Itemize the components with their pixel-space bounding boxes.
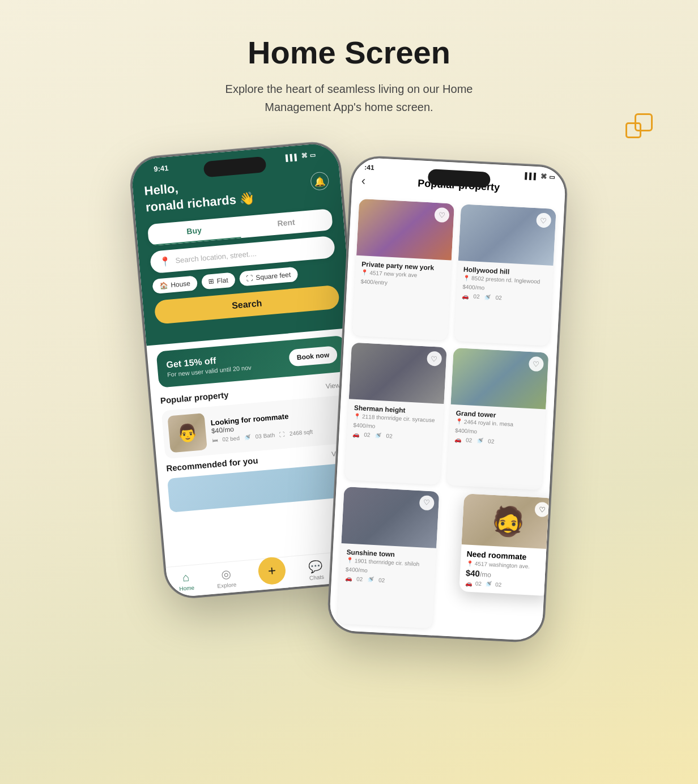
phones-container: 9:41 ▌▌▌ ⌘ ▭ Hello, ronald richards 👋 🔔 [0,139,698,660]
page-header: Home Screen Explore the heart of seamles… [0,0,698,139]
page-title: Home Screen [11,34,687,71]
property-details-roommate: Looking for roommate $40/mo 🛏 02 bed 🚿 0… [210,408,334,444]
bath-icon: 🚿 [244,434,251,441]
book-now-button[interactable]: Book now [288,346,338,367]
car-icon-g: 🚗 [454,437,462,444]
explore-nav-icon: ◎ [220,567,231,581]
property-meta-sherman: 🚗 02 🚿 02 [352,431,436,442]
signal-icons-right: ▌▌▌ ⌘ ▭ [525,172,555,181]
floating-card-meta: 🚗 02 🚿 02 [465,580,544,590]
property-card-sherman[interactable]: ♡ Sherman height 📍 2118 thornridge cir. … [344,343,446,485]
property-card-party[interactable]: ♡ Private party new york 📍 4517 new york… [352,199,454,341]
property-body-sherman: Sherman height 📍 2118 thornridge cir. sy… [347,399,444,448]
sqft-meta-icon: ⛶ [279,431,286,437]
tab-rent[interactable]: Rent [239,208,333,238]
sqft-icon: ⛶ [246,274,253,283]
back-button[interactable]: ‹ [361,173,366,188]
popular-title: Popular property [160,390,229,405]
location-icon: 📍 [159,255,172,267]
home-nav-icon: ⌂ [182,570,190,584]
battery-icon-right: ▭ [548,173,555,181]
heart-btn-hollywood[interactable]: ♡ [536,212,551,228]
car-icon: 🚗 [462,293,469,300]
battery-icon: ▭ [309,151,316,159]
signal-icons-left: ▌▌▌ ⌘ ▭ [286,151,316,161]
property-image-roommate: 👨 [167,413,207,453]
car-icon-su: 🚗 [345,575,352,582]
bath-icon-g: 🚿 [476,438,484,445]
filter-house[interactable]: 🏠 House [152,275,198,294]
promo-banner: Get 15% off For new user valid until 20 … [156,335,347,388]
nav-add-button[interactable]: + [257,556,287,586]
bath-icon-s: 🚿 [374,432,382,439]
car-icon-s: 🚗 [352,431,360,438]
property-body-party: Private party new york 📍 4517 new york a… [355,255,452,296]
phone-right: :41 ▌▌▌ ⌘ ▭ ‹ Popular property ♡ [327,156,567,642]
chats-nav-icon: 💬 [308,559,324,573]
deco-square-2 [625,122,641,138]
loc-icon-hollywood: 📍 [463,275,470,282]
bed-icon: 🛏 [212,437,218,444]
phone-island-right [428,169,491,188]
heart-btn-party[interactable]: ♡ [434,207,449,223]
filter-sqft[interactable]: ⛶ Square feet [239,267,298,287]
floating-card-roommate[interactable]: 🧔 ♡ Need roommate 📍 4517 washington ave.… [459,493,555,596]
property-card-grand[interactable]: ♡ Grand tower 📍 2464 royal in. mesa $400… [446,348,548,490]
house-icon: 🏠 [159,282,168,290]
heart-btn-sunshine[interactable]: ♡ [419,495,435,510]
status-time-left: 9:41 [154,164,169,173]
bath-icon-su: 🚿 [367,576,374,583]
property-image-sunshine: ♡ [341,487,439,548]
wifi-icon: ⌘ [301,152,308,160]
car-icon-float: 🚗 [465,580,473,587]
nav-explore[interactable]: ◎ Explore [216,566,237,589]
property-image-hollywood: ♡ [458,204,556,266]
signal-bars-right: ▌▌▌ [525,172,538,180]
property-body-hollywood: Hollywood hill 📍 8502 preston rd. Inglew… [456,261,554,309]
nav-chats[interactable]: 💬 Chats [308,559,324,581]
property-image-sherman: ♡ [349,343,447,404]
heart-btn-grand[interactable]: ♡ [529,356,544,372]
floating-card-body: Need roommate 📍 4517 washington ave. $40… [459,544,552,596]
property-card-hollywood[interactable]: ♡ Hollywood hill 📍 8502 preston rd. Ingl… [454,204,556,346]
signal-bars: ▌▌▌ [286,153,299,161]
recommended-title: Recommended for you [166,455,258,473]
property-image-grand: ♡ [450,348,548,410]
property-body-grand: Grand tower 📍 2464 royal in. mesa $400/m… [448,404,546,453]
loc-icon-party: 📍 [361,269,368,276]
property-meta-sunshine: 🚗 02 🚿 02 [345,575,429,586]
bath-icon-h: 🚿 [484,294,491,301]
loc-icon-grand: 📍 [456,419,463,425]
property-card-sunshine[interactable]: ♡ Sunshine town 📍 1901 thornridge cir. s… [337,487,439,629]
nav-home[interactable]: ⌂ Home [178,570,195,592]
property-meta-hollywood: 🚗 02 🚿 02 [462,293,546,304]
flat-icon: ⊞ [208,278,214,286]
greeting: Hello, ronald richards 👋 [143,170,302,216]
search-location-placeholder: Search location, street.... [175,249,257,265]
loc-icon-sunshine: 📍 [346,557,354,564]
floating-card-price: $40/mo [466,568,546,582]
heart-btn-sherman[interactable]: ♡ [427,351,442,367]
filter-flat[interactable]: ⊞ Flat [201,272,236,290]
promo-text: Get 15% off For new user valid until 20 … [166,353,252,378]
status-time-right: :41 [364,163,374,172]
loc-icon-sherman: 📍 [354,413,361,420]
loc-icon-float: 📍 [466,560,474,567]
property-meta-grand: 🚗 02 🚿 02 [454,437,538,448]
wifi-icon-right: ⌘ [540,173,547,181]
property-body-sunshine: Sunshine town 📍 1901 thornridge cir. shi… [339,543,436,592]
bath-icon-float: 🚿 [485,581,492,587]
property-image-party: ♡ [356,199,454,261]
tab-buy[interactable]: Buy [147,216,241,246]
page-subtitle: Explore the heart of seamless living on … [207,80,491,116]
